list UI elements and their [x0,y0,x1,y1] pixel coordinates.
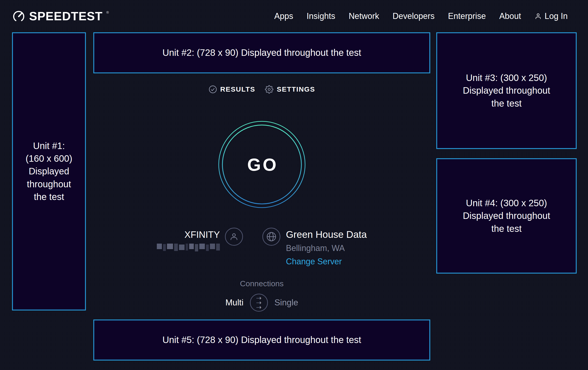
server-badge [262,228,280,246]
go-button[interactable]: GO [218,121,306,208]
isp-badge [225,228,243,246]
nav-item-enterprise[interactable]: Enterprise [448,11,486,21]
nav-item-apps[interactable]: Apps [274,11,293,21]
nav-item-developers[interactable]: Developers [393,11,435,21]
go-button-label: GO [218,121,306,208]
gear-icon [265,85,273,94]
connection-info-row: XFINITY [93,228,430,266]
person-icon [229,232,239,242]
right-ad-column: Unit #3: (300 x 250) Displayed throughou… [436,32,577,274]
tab-settings-label: SETTINGS [277,85,315,93]
check-circle-icon [209,85,217,94]
nav-item-network[interactable]: Network [349,11,379,21]
nav-item-insights[interactable]: Insights [307,11,335,21]
ad-unit-4-label: Unit #4: (300 x 250) Displayed throughou… [463,197,550,235]
isp-name: XFINITY [157,230,220,240]
redacted-text-block [157,244,220,251]
ad-unit-3-label: Unit #3: (300 x 250) Displayed throughou… [463,71,550,110]
center-column: Unit #2: (728 x 90) Displayed throughout… [93,32,430,360]
logo-text: SPEEDTEST [29,9,103,23]
ad-unit-1-label: Unit #1: (160 x 600) Displayed throughou… [26,140,72,203]
ad-unit-2: Unit #2: (728 x 90) Displayed throughout… [93,32,430,73]
ad-unit-5-label: Unit #5: (728 x 90) Displayed throughout… [162,334,361,346]
view-tabs: RESULTS SETTINGS [93,84,430,94]
go-area: GO [93,121,430,208]
server-text: Green House Data Bellingham, WA Change S… [286,228,367,266]
connections-toggle-button[interactable]: ⇢ ⇢ ⇢ [250,294,268,312]
multi-connection-icon: ⇢ ⇢ ⇢ [256,296,262,310]
ad-unit-2-label: Unit #2: (728 x 90) Displayed throughout… [162,46,361,59]
isp-info: XFINITY [157,228,243,266]
trademark-mark: ® [106,11,109,14]
tab-results[interactable]: RESULTS [209,85,255,94]
connections-single-option[interactable]: Single [274,298,298,308]
connections-multi-option[interactable]: Multi [225,298,243,308]
login-label: Log In [545,11,568,21]
server-name: Green House Data [286,229,367,240]
isp-text: XFINITY [157,228,220,266]
connections-title: Connections [93,279,430,288]
top-nav: SPEEDTEST ® Apps Insights Network Develo… [0,0,588,32]
ad-unit-4: Unit #4: (300 x 250) Displayed throughou… [436,158,577,274]
server-location: Bellingham, WA [286,243,367,253]
tab-results-label: RESULTS [220,85,255,93]
login-button[interactable]: Log In [535,11,568,21]
globe-icon [266,231,277,242]
ad-unit-1: Unit #1: (160 x 600) Displayed throughou… [12,32,86,310]
tab-settings[interactable]: SETTINGS [265,85,315,94]
speedometer-icon [12,9,25,23]
page-body: Unit #1: (160 x 600) Displayed throughou… [0,32,588,360]
left-ad-column: Unit #1: (160 x 600) Displayed throughou… [12,32,86,310]
ad-unit-5: Unit #5: (728 x 90) Displayed throughout… [93,320,430,360]
server-info: Green House Data Bellingham, WA Change S… [262,228,367,266]
speedtest-logo[interactable]: SPEEDTEST ® [12,9,109,23]
connections-section: Connections Multi ⇢ ⇢ ⇢ Single [93,279,430,312]
nav-item-about[interactable]: About [499,11,521,21]
main-nav: Apps Insights Network Developers Enterpr… [274,11,568,21]
user-icon [535,12,542,20]
change-server-link[interactable]: Change Server [286,257,367,266]
ad-unit-3: Unit #3: (300 x 250) Displayed throughou… [436,32,577,149]
connections-toggle: Multi ⇢ ⇢ ⇢ Single [93,294,430,312]
